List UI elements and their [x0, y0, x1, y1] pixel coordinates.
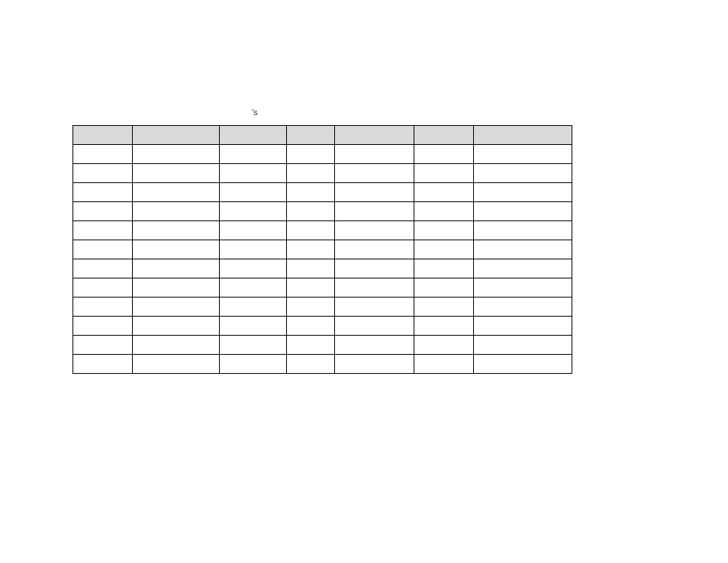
- table-cell: [334, 240, 414, 259]
- table-header-cell: [133, 126, 220, 145]
- table-header-cell: [219, 126, 286, 145]
- table-cell: [133, 221, 220, 240]
- table-row: [73, 355, 572, 374]
- table-cell: [414, 164, 473, 183]
- table-cell: [414, 298, 473, 317]
- table-cell: [73, 240, 133, 259]
- table-cell: [287, 183, 335, 202]
- table-cell: [133, 145, 220, 164]
- table-cell: [219, 336, 286, 355]
- table-cell: [473, 145, 572, 164]
- table-cell: [73, 298, 133, 317]
- table-cell: [73, 145, 133, 164]
- table-cell: [414, 202, 473, 221]
- table-cell: [133, 298, 220, 317]
- table-cell: [73, 221, 133, 240]
- table-cell: [73, 278, 133, 298]
- table-cell: [133, 202, 220, 221]
- table-cell: [334, 259, 414, 278]
- table-cell: [287, 164, 335, 183]
- table-cell: [334, 202, 414, 221]
- table-cell: [334, 298, 414, 317]
- table-cell: [133, 164, 220, 183]
- table-row: [73, 145, 572, 164]
- table-row: [73, 259, 572, 278]
- table-cell: [414, 240, 473, 259]
- data-table: [72, 125, 572, 374]
- table-cell: [219, 202, 286, 221]
- table-cell: [73, 317, 133, 336]
- table-cell: [473, 240, 572, 259]
- table-cell: [219, 164, 286, 183]
- table-cell: [219, 183, 286, 202]
- table-row: [73, 202, 572, 221]
- table-cell: [473, 336, 572, 355]
- table-row: [73, 183, 572, 202]
- table-cell: [414, 336, 473, 355]
- table-cell: [219, 298, 286, 317]
- table-cell: [473, 278, 572, 298]
- table-header: [73, 126, 572, 145]
- table-cell: [473, 221, 572, 240]
- table-row: [73, 317, 572, 336]
- table-cell: [287, 240, 335, 259]
- table-cell: [334, 355, 414, 374]
- table-cell: [219, 145, 286, 164]
- table-row: [73, 298, 572, 317]
- table-cell: [473, 317, 572, 336]
- table-body: [73, 145, 572, 374]
- table-cell: [414, 221, 473, 240]
- table-cell: [133, 336, 220, 355]
- table-cell: [219, 278, 286, 298]
- table-cell: [334, 317, 414, 336]
- table-cell: [73, 336, 133, 355]
- table-row: [73, 336, 572, 355]
- table-cell: [414, 355, 473, 374]
- table-cell: [287, 221, 335, 240]
- table-cell: [287, 317, 335, 336]
- table-cell: [133, 317, 220, 336]
- table-header-cell: [414, 126, 473, 145]
- table-cell: [473, 355, 572, 374]
- table-cell: [334, 183, 414, 202]
- table-header-cell: [73, 126, 133, 145]
- table-cell: [219, 317, 286, 336]
- table-cell: [73, 164, 133, 183]
- table-cell: [133, 355, 220, 374]
- table-cell: [473, 202, 572, 221]
- table-cell: [73, 355, 133, 374]
- table-cell: [287, 355, 335, 374]
- table-header-cell: [334, 126, 414, 145]
- caption-fragment: [252, 107, 258, 117]
- table-cell: [133, 259, 220, 278]
- table-cell: [334, 278, 414, 298]
- table-header-cell: [473, 126, 572, 145]
- table-cell: [133, 240, 220, 259]
- table-cell: [414, 317, 473, 336]
- table-cell: [414, 259, 473, 278]
- table-cell: [334, 336, 414, 355]
- table-cell: [414, 183, 473, 202]
- table-cell: [473, 259, 572, 278]
- table-row: [73, 240, 572, 259]
- table-cell: [334, 164, 414, 183]
- table-cell: [133, 183, 220, 202]
- table-cell: [473, 298, 572, 317]
- table-row: [73, 164, 572, 183]
- table-cell: [219, 240, 286, 259]
- table-cell: [73, 202, 133, 221]
- table-cell: [334, 145, 414, 164]
- table-header-row: [73, 126, 572, 145]
- table-cell: [334, 221, 414, 240]
- table-cell: [73, 183, 133, 202]
- table-cell: [287, 259, 335, 278]
- table-cell: [73, 259, 133, 278]
- table-cell: [219, 221, 286, 240]
- table-cell: [287, 278, 335, 298]
- table-header-cell: [287, 126, 335, 145]
- table-cell: [287, 336, 335, 355]
- table-cell: [287, 145, 335, 164]
- table-row: [73, 221, 572, 240]
- table-cell: [219, 259, 286, 278]
- table-cell: [287, 202, 335, 221]
